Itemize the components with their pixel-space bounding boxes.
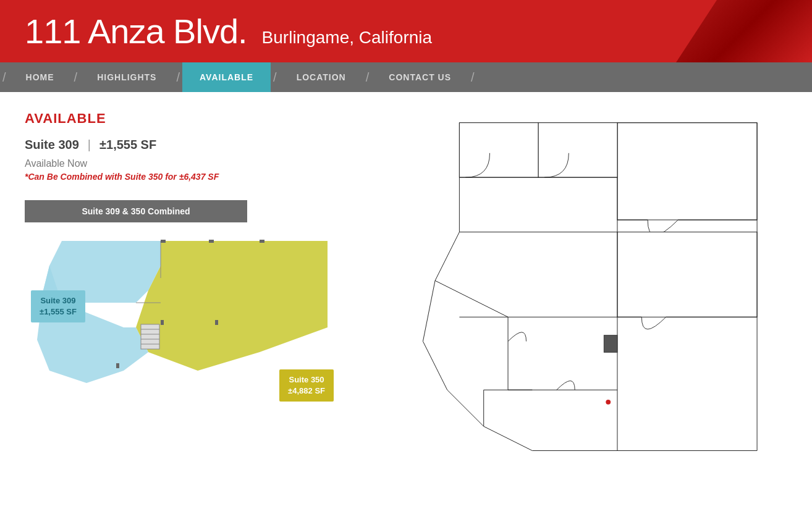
svg-line-28 [447,390,484,426]
svg-line-27 [423,342,447,390]
svg-point-40 [606,400,611,405]
badge-350-sf: ±4,882 SF [288,385,325,397]
svg-line-47 [435,280,508,317]
suite-sf: ±1,555 SF [99,138,156,152]
nav-home[interactable]: HOME [9,62,72,92]
svg-line-26 [423,280,435,341]
nav-location[interactable]: LOCATION [279,62,363,92]
nav-sep-3: / [271,62,279,92]
svg-rect-9 [161,320,164,325]
availability-status: Available Now [25,158,371,169]
floorplan-container: Suite 309 & 350 Combined [25,200,371,414]
svg-rect-6 [209,240,214,243]
svg-rect-35 [459,123,538,177]
nav-sep-0: / [0,62,9,92]
floor-svg-wrap: Suite 309 ±1,555 SF Suite 350 ±4,882 SF [25,229,334,414]
nav-sep-1: / [72,62,80,92]
nav-sep-2: / [174,62,182,92]
suite-divider: | [88,138,91,152]
header: 111 Anza Blvd. Burlingame, California [0,0,812,62]
combined-note: *Can Be Combined with Suite 350 for ±6,4… [25,172,371,182]
svg-rect-11 [141,324,159,349]
main-content: AVAILABLE Suite 309 | ±1,555 SF Availabl… [0,92,812,490]
building-address: 111 Anza Blvd. [25,11,247,51]
svg-rect-16 [617,123,757,220]
badge-suite-350: Suite 350 ±4,882 SF [279,369,334,402]
svg-rect-19 [617,232,757,318]
nav-sep-4: / [363,62,372,92]
badge-309-sf: ±1,555 SF [40,306,77,318]
badge-350-name: Suite 350 [288,374,325,385]
badge-309-name: Suite 309 [40,295,77,306]
svg-rect-8 [215,320,218,325]
combined-label: Suite 309 & 350 Combined [25,200,247,222]
svg-marker-0 [136,241,328,371]
right-panel [383,111,787,471]
svg-rect-5 [161,240,166,243]
nav-available[interactable]: AVAILABLE [182,62,271,92]
building-location: Burlingame, California [262,28,432,48]
svg-rect-36 [538,123,617,177]
detail-floorplan-svg [383,111,779,469]
svg-rect-10 [116,363,119,368]
nav-contact[interactable]: CONTACT US [371,62,468,92]
svg-line-25 [435,232,459,281]
left-panel: AVAILABLE Suite 309 | ±1,555 SF Availabl… [25,111,371,471]
suite-header: Suite 309 | ±1,555 SF [25,138,371,152]
section-title: AVAILABLE [25,111,371,127]
svg-rect-39 [604,335,617,353]
nav-sep-5: / [468,62,477,92]
main-nav: / HOME / HIGHLIGHTS / AVAILABLE / LOCATI… [0,62,812,92]
badge-suite-309: Suite 309 ±1,555 SF [31,290,85,322]
svg-rect-7 [260,240,264,243]
nav-highlights[interactable]: HIGHLIGHTS [80,62,174,92]
svg-line-29 [484,426,533,450]
suite-name: Suite 309 [25,138,79,152]
